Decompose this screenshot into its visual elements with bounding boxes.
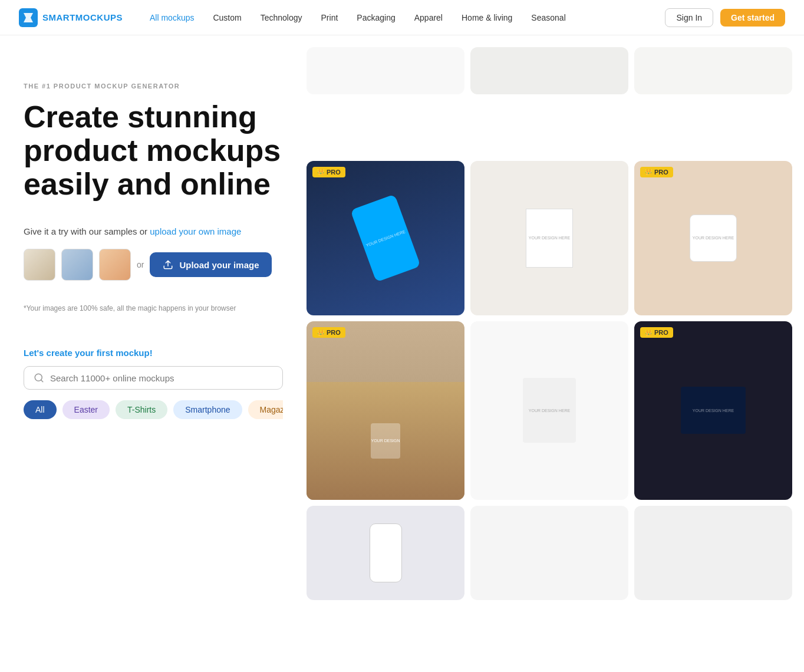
page-body: THE #1 PRODUCT MOCKUP GENERATOR Create s…: [0, 35, 804, 672]
pro-badge-laptop: PRO: [640, 327, 673, 338]
svg-line-3: [41, 380, 42, 382]
mockup-grid-section: PRO YOUR DESIGN HERE YOUR DESIGN HERE PR…: [307, 35, 804, 672]
mockup-card-phone[interactable]: PRO YOUR DESIGN HERE: [307, 161, 464, 316]
navbar: SMARTMOCKUPS All mockups Custom Technolo…: [0, 0, 804, 35]
mockup-card-frame[interactable]: YOUR DESIGN HERE: [470, 161, 628, 316]
signin-button[interactable]: Sign In: [665, 8, 713, 27]
mockup-card-laptop[interactable]: PRO YOUR DESIGN HERE: [634, 321, 792, 500]
or-divider: or: [137, 260, 144, 269]
shirt-design-text: YOUR DESIGN HERE: [529, 409, 570, 413]
brand-logo[interactable]: SMARTMOCKUPS: [19, 8, 123, 27]
mockup-card-shirt[interactable]: YOUR DESIGN HERE: [470, 321, 628, 500]
hero-section: THE #1 PRODUCT MOCKUP GENERATOR Create s…: [0, 35, 307, 672]
filter-all[interactable]: All: [24, 400, 57, 419]
frame-design-text: YOUR DESIGN HERE: [529, 236, 570, 240]
nav-link-custom[interactable]: Custom: [205, 9, 249, 26]
getstarted-button[interactable]: Get started: [720, 9, 785, 27]
laptop-design-text: YOUR DESIGN HERE: [693, 409, 734, 413]
mockup-top-spacer-2: [470, 47, 628, 94]
phone-design-text: YOUR DESIGN HERE: [365, 229, 406, 247]
search-icon: [34, 373, 44, 383]
filter-easter[interactable]: Easter: [62, 400, 110, 419]
sample-image-2[interactable]: [61, 249, 93, 281]
sample-image-1[interactable]: [24, 249, 55, 281]
nav-actions: Sign In Get started: [665, 8, 785, 27]
upload-icon: [163, 259, 173, 270]
mockup-card-person[interactable]: PRO YOUR DESIGN: [307, 321, 464, 500]
hero-subtitle: Give it a try with our samples or upload…: [24, 225, 283, 239]
phone2-mockup-inner: [370, 523, 402, 582]
hero-subtitle-text: Give it a try with our samples or: [24, 226, 147, 236]
nav-link-home-living[interactable]: Home & living: [453, 9, 520, 26]
nav-links: All mockups Custom Technology Print Pack…: [141, 9, 665, 26]
mockup-top-spacer-1: [307, 47, 464, 94]
nav-link-packaging[interactable]: Packaging: [348, 9, 403, 26]
mockup-card-plain2[interactable]: [634, 506, 792, 600]
filter-magazines[interactable]: Magazines: [248, 400, 283, 419]
pro-badge-person: PRO: [312, 327, 345, 338]
sample-image-3[interactable]: [99, 249, 131, 281]
logo-icon: [19, 8, 38, 27]
mockup-card-phone2[interactable]: [307, 506, 464, 600]
search-section: Let's create your first mockup! All East…: [24, 348, 283, 419]
phone-mockup-inner: YOUR DESIGN HERE: [350, 194, 421, 282]
search-label-highlight: first mockup!: [97, 348, 153, 358]
mockup-card-plain1[interactable]: [470, 506, 628, 600]
mug-mockup-inner: YOUR DESIGN HERE: [690, 215, 737, 262]
search-box: [24, 366, 283, 390]
nav-link-apparel[interactable]: Apparel: [406, 9, 451, 26]
person-shirt-text: YOUR DESIGN: [371, 423, 400, 459]
mug-design-text: YOUR DESIGN HERE: [693, 236, 734, 240]
nav-link-all-mockups[interactable]: All mockups: [141, 9, 202, 26]
hero-disclaimer: *Your images are 100% safe, all the magi…: [24, 304, 283, 312]
nav-link-technology[interactable]: Technology: [252, 9, 311, 26]
filter-tshirts[interactable]: T-Shirts: [116, 400, 167, 419]
nav-link-print[interactable]: Print: [313, 9, 347, 26]
upload-button[interactable]: Upload your image: [150, 252, 272, 277]
hero-upload-link[interactable]: upload your own image: [150, 226, 241, 236]
mockup-card-mug[interactable]: PRO YOUR DESIGN HERE: [634, 161, 792, 316]
frame-mockup-inner: YOUR DESIGN HERE: [526, 209, 573, 268]
mockup-top-spacer-3: [634, 47, 792, 94]
pro-badge-mug: PRO: [640, 167, 673, 177]
filter-smartphone[interactable]: Smartphone: [173, 400, 242, 419]
sample-images-row: or Upload your image: [24, 249, 283, 281]
nav-link-seasonal[interactable]: Seasonal: [523, 9, 574, 26]
upload-label: Upload your image: [179, 260, 259, 270]
hero-title: Create stunning product mockups easily a…: [24, 100, 283, 202]
hero-tag: THE #1 PRODUCT MOCKUP GENERATOR: [24, 83, 283, 90]
filter-pills: All Easter T-Shirts Smartphone Magazines…: [24, 400, 283, 419]
mockup-grid: PRO YOUR DESIGN HERE YOUR DESIGN HERE PR…: [307, 47, 792, 660]
shirt-mockup-inner: YOUR DESIGN HERE: [523, 378, 576, 443]
laptop-mockup-inner: YOUR DESIGN HERE: [681, 387, 746, 434]
pro-badge-phone: PRO: [312, 167, 345, 177]
brand-name: SMARTMOCKUPS: [42, 12, 123, 22]
search-label: Let's create your first mockup!: [24, 348, 283, 358]
search-input[interactable]: [50, 373, 273, 383]
